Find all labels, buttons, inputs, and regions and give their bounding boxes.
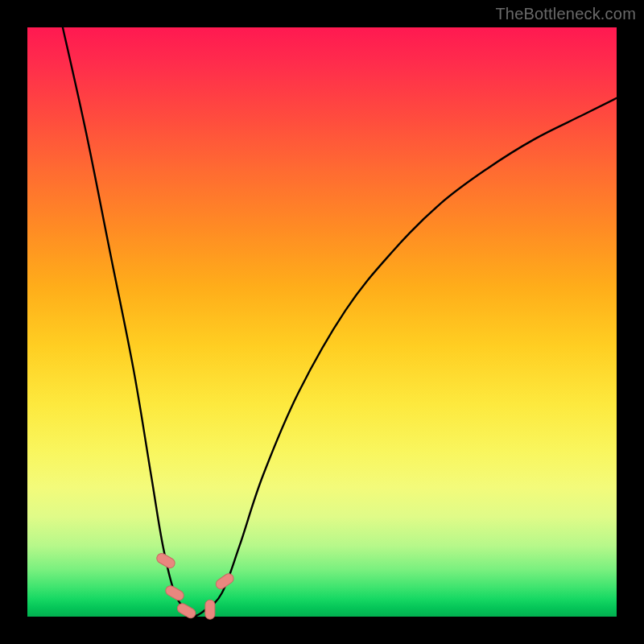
chart-frame: TheBottleneck.com: [0, 0, 644, 644]
marker-trough-left: [175, 602, 197, 620]
marker-left-lower: [164, 584, 186, 602]
marker-left-upper: [155, 551, 177, 569]
marker-trough-right: [205, 600, 215, 619]
watermark-text: TheBottleneck.com: [495, 5, 636, 23]
curve-markers: [155, 551, 236, 620]
plot-area: [27, 27, 617, 617]
chart-svg: [27, 27, 617, 617]
bottleneck-curve: [63, 27, 617, 617]
